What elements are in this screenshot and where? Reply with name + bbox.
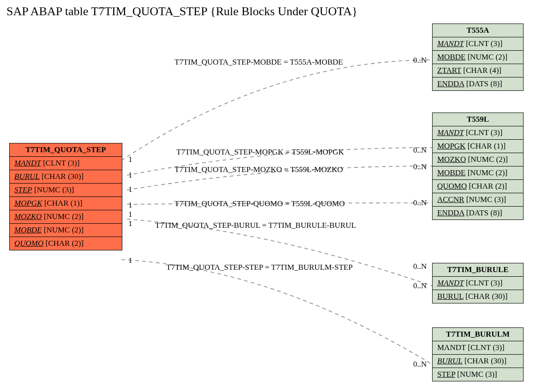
relationship-label: T7TIM_QUOTA_STEP-BURUL = T7TIM_BURULE-BU… bbox=[155, 221, 356, 230]
entity-t559l: T559L MANDT [CLNT (3)] MOPGK [CHAR (1)] … bbox=[432, 113, 524, 220]
table-row: MOPGK [CHAR (1)] bbox=[433, 140, 523, 153]
cardinality-one: 1 bbox=[128, 201, 132, 210]
table-row: MOPGK [CHAR (1)] bbox=[10, 197, 122, 210]
table-row: BURUL [CHAR (30)] bbox=[433, 355, 523, 368]
cardinality-many: 0..N bbox=[413, 56, 427, 65]
cardinality-one: 1 bbox=[128, 155, 132, 164]
relationship-label: T7TIM_QUOTA_STEP-MOBDE = T555A-MOBDE bbox=[175, 58, 343, 67]
table-row: ENDDA [DATS (8)] bbox=[433, 207, 523, 220]
entity-t7tim-burulm: T7TIM_BURULM MANDT [CLNT (3)] BURUL [CHA… bbox=[432, 327, 524, 381]
cardinality-many: 0..N bbox=[413, 360, 427, 369]
table-row: QUOMO [CHAR (2)] bbox=[10, 237, 122, 250]
cardinality-many: 0..N bbox=[413, 146, 427, 155]
cardinality-many: 0..N bbox=[413, 198, 427, 208]
table-row: MANDT [CLNT (3)] bbox=[433, 37, 523, 51]
table-row: MOBDE [NUMC (2)] bbox=[433, 166, 523, 180]
entity-header: T7TIM_BURULM bbox=[433, 328, 523, 341]
entity-t555a: T555A MANDT [CLNT (3)] MOBDE [NUMC (2)] … bbox=[432, 24, 524, 91]
table-row: ZTART [CHAR (4)] bbox=[433, 64, 523, 77]
entity-header: T555A bbox=[433, 24, 523, 37]
entity-header: T7TIM_BURULE bbox=[433, 263, 523, 277]
cardinality-many: 0..N bbox=[413, 162, 427, 172]
table-row: QUOMO [CHAR (2)] bbox=[433, 180, 523, 193]
relationship-label: T7TIM_QUOTA_STEP-QUOMO = T559L-QUOMO bbox=[175, 199, 345, 208]
table-row: MANDT [CLNT (3)] bbox=[433, 341, 523, 355]
entity-t7tim-quota-step: T7TIM_QUOTA_STEP MANDT [CLNT (3)] BURUL … bbox=[9, 143, 122, 250]
table-row: STEP [NUMC (3)] bbox=[433, 368, 523, 381]
relationship-label: T7TIM_QUOTA_STEP-MOZKO = T559L-MOZKO bbox=[175, 165, 343, 174]
table-row: STEP [NUMC (3)] bbox=[10, 184, 122, 197]
cardinality-one: 1 bbox=[128, 171, 132, 180]
table-row: BURUL [CHAR (30)] bbox=[433, 290, 523, 303]
relationship-label: T7TIM_QUOTA_STEP-MOPGK = T559L-MOPGK bbox=[176, 148, 344, 157]
table-row: MOBDE [NUMC (2)] bbox=[10, 224, 122, 237]
cardinality-many: 0..N bbox=[413, 262, 427, 271]
table-row: MANDT [CLNT (3)] bbox=[433, 277, 523, 290]
cardinality-one: 1 bbox=[128, 256, 132, 265]
cardinality-one: 1 bbox=[128, 210, 132, 219]
diagram-title: SAP ABAP table T7TIM_QUOTA_STEP {Rule Bl… bbox=[6, 5, 358, 18]
table-row: MANDT [CLNT (3)] bbox=[10, 157, 122, 170]
table-row: ENDDA [DATS (8)] bbox=[433, 77, 523, 90]
table-row: ACCNR [NUMC (3)] bbox=[433, 193, 523, 207]
table-row: MOBDE [NUMC (2)] bbox=[433, 51, 523, 64]
cardinality-one: 1 bbox=[128, 185, 132, 194]
entity-header: T559L bbox=[433, 113, 523, 126]
entity-header: T7TIM_QUOTA_STEP bbox=[10, 143, 122, 157]
entity-t7tim-burule: T7TIM_BURULE MANDT [CLNT (3)] BURUL [CHA… bbox=[432, 263, 524, 303]
cardinality-one: 1 bbox=[128, 219, 132, 228]
table-row: MOZKO [NUMC (2)] bbox=[10, 210, 122, 224]
table-row: MANDT [CLNT (3)] bbox=[433, 126, 523, 140]
table-row: MOZKO [NUMC (2)] bbox=[433, 153, 523, 166]
cardinality-many: 0..N bbox=[413, 281, 427, 291]
table-row: BURUL [CHAR (30)] bbox=[10, 170, 122, 184]
relationship-label: T7TIM_QUOTA_STEP-STEP = T7TIM_BURULM-STE… bbox=[166, 263, 353, 272]
